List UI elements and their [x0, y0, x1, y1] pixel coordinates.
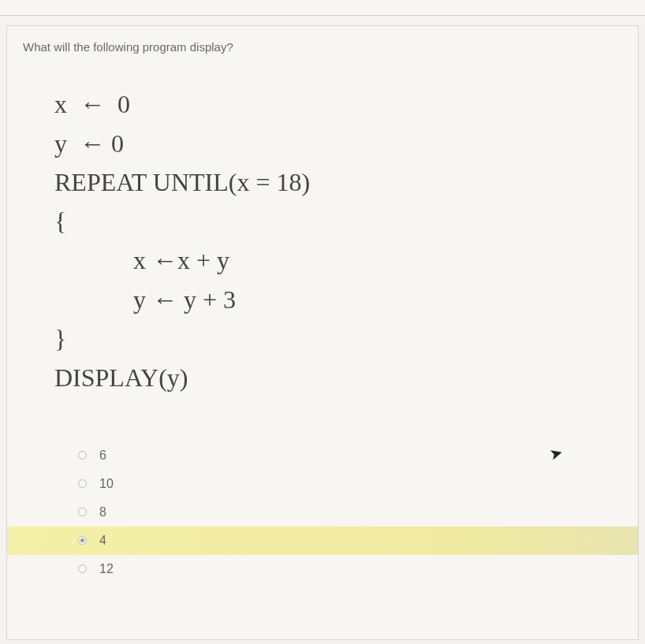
code-line-6: y ← y + 3	[54, 281, 638, 320]
question-prompt: What will the following program display?	[7, 26, 638, 61]
assign-arrow-icon: ←	[152, 241, 177, 281]
assign-arrow-icon: ←	[80, 125, 105, 164]
answer-option-12[interactable]: 12	[7, 555, 638, 583]
radio-icon[interactable]	[78, 479, 87, 488]
code-line-3: REPEAT UNTIL(x = 18)	[54, 163, 638, 203]
assign-arrow-icon: ←	[80, 85, 105, 125]
answer-option-4[interactable]: 4	[7, 527, 638, 555]
radio-icon[interactable]	[78, 536, 87, 545]
code-line-8: DISPLAY(y)	[54, 359, 638, 398]
code-var: x	[133, 246, 146, 274]
radio-icon[interactable]	[78, 508, 87, 516]
code-line-2: y ← 0	[54, 125, 638, 164]
code-val: 0	[117, 90, 130, 118]
answer-label: 4	[99, 534, 106, 548]
assign-arrow-icon: ←	[152, 281, 177, 320]
answer-option-8[interactable]: 8	[7, 498, 638, 527]
code-var: y	[133, 285, 146, 314]
answer-label: 8	[99, 505, 106, 519]
code-expr: y + 3	[177, 285, 236, 314]
answer-option-10[interactable]: 10	[7, 470, 638, 498]
code-line-4: {	[54, 203, 638, 242]
radio-icon[interactable]	[78, 564, 87, 573]
code-var: x	[54, 90, 67, 118]
question-container: What will the following program display?…	[6, 25, 639, 640]
answer-label: 6	[99, 449, 106, 463]
code-var: y	[54, 129, 67, 158]
top-bar	[0, 0, 645, 16]
answer-label: 12	[99, 562, 114, 576]
radio-icon[interactable]	[78, 451, 87, 460]
code-line-5: x ← x + y	[54, 241, 638, 281]
code-expr: x + y	[177, 246, 229, 274]
code-val: 0	[111, 129, 124, 158]
code-block: x ← 0 y ← 0 REPEAT UNTIL(x = 18) { x ← x…	[7, 61, 638, 398]
answer-label: 10	[99, 477, 114, 491]
code-line-1: x ← 0	[54, 85, 638, 125]
code-line-7: }	[54, 320, 638, 359]
answer-list: 6 10 8 4 12	[7, 441, 638, 583]
answer-option-6[interactable]: 6	[7, 441, 638, 470]
